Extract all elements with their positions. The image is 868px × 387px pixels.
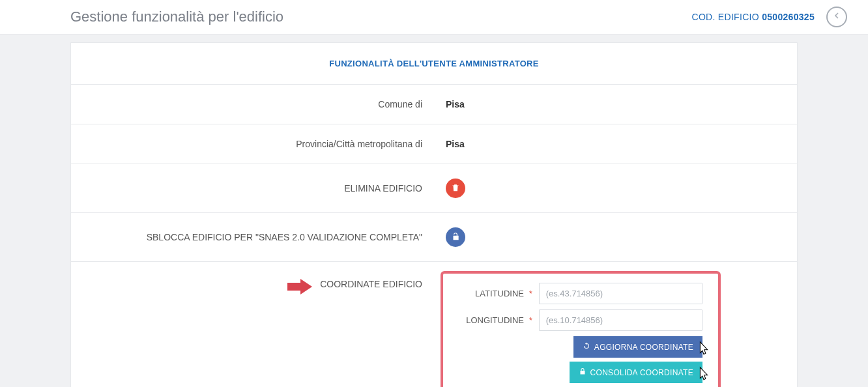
lock-icon xyxy=(579,367,586,377)
coordinate-label: COORDINATE EDIFICIO xyxy=(320,279,422,289)
coordinate-value-cell: LATITUDINE * LONGITUDINE * AGGIORNA COOR… xyxy=(434,262,797,387)
lon-line: LONGITUDINE * xyxy=(451,309,702,331)
sblocca-value xyxy=(434,213,797,261)
panel-heading: FUNZIONALITÀ DELL'UTENTE AMMINISTRATORE xyxy=(71,43,797,85)
provincia-value-text: Pisa xyxy=(446,139,465,149)
update-coordinates-label: AGGIORNA COORDINATE xyxy=(594,343,693,352)
arrow-left-icon xyxy=(832,10,842,23)
coordinate-label-cell: COORDINATE EDIFICIO xyxy=(71,262,434,387)
lat-line: LATITUDINE * xyxy=(451,283,702,304)
comune-value-text: Pisa xyxy=(446,99,465,109)
row-elimina: ELIMINA EDIFICIO xyxy=(71,164,797,213)
update-coordinates-button[interactable]: AGGIORNA COORDINATE xyxy=(573,336,702,358)
longitude-input[interactable] xyxy=(539,309,702,331)
provincia-value: Pisa xyxy=(434,124,797,164)
provincia-label: Provincia/Città metropolitana di xyxy=(71,124,434,164)
cursor-icon xyxy=(696,340,712,358)
building-code-value: 0500260325 xyxy=(762,12,815,22)
arrow-right-icon xyxy=(287,279,313,294)
required-mark: * xyxy=(529,289,539,298)
lon-label: LONGITUDINE xyxy=(451,315,529,325)
consolidate-coordinates-button[interactable]: CONSOLIDA COORDINATE xyxy=(570,362,702,383)
delete-building-button[interactable] xyxy=(446,179,465,198)
unlock-icon xyxy=(451,232,460,243)
required-mark: * xyxy=(529,316,539,325)
building-code-label: COD. EDIFICIO xyxy=(691,12,762,22)
latitude-input[interactable] xyxy=(539,283,702,304)
cursor-icon xyxy=(696,366,712,384)
comune-label: Comune di xyxy=(71,85,434,124)
page-header: Gestione funzionalità per l'edificio COD… xyxy=(0,0,868,35)
refresh-icon xyxy=(583,342,590,352)
row-coordinate: COORDINATE EDIFICIO LATITUDINE * LONGITU… xyxy=(71,262,797,387)
elimina-value xyxy=(434,164,797,212)
elimina-label: ELIMINA EDIFICIO xyxy=(71,164,434,212)
unlock-building-button[interactable] xyxy=(446,227,465,247)
building-code: COD. EDIFICIO 0500260325 xyxy=(691,12,815,22)
row-comune: Comune di Pisa xyxy=(71,85,797,124)
comune-value: Pisa xyxy=(434,85,797,124)
header-right: COD. EDIFICIO 0500260325 xyxy=(691,7,847,27)
lat-label: LATITUDINE xyxy=(451,289,529,298)
back-button[interactable] xyxy=(826,7,847,27)
main-panel: FUNZIONALITÀ DELL'UTENTE AMMINISTRATORE … xyxy=(70,42,798,387)
page-title: Gestione funzionalità per l'edificio xyxy=(70,8,283,25)
coordinate-form-highlight: LATITUDINE * LONGITUDINE * AGGIORNA COOR… xyxy=(441,271,721,387)
row-provincia: Provincia/Città metropolitana di Pisa xyxy=(71,124,797,164)
trash-icon xyxy=(451,183,460,194)
consolidate-coordinates-label: CONSOLIDA COORDINATE xyxy=(590,368,693,377)
coordinate-buttons: AGGIORNA COORDINATE CONSOLIDA COORDINATE xyxy=(451,336,702,383)
sblocca-label: SBLOCCA EDIFICIO PER "SNAES 2.0 VALIDAZI… xyxy=(71,213,434,261)
row-sblocca: SBLOCCA EDIFICIO PER "SNAES 2.0 VALIDAZI… xyxy=(71,213,797,262)
